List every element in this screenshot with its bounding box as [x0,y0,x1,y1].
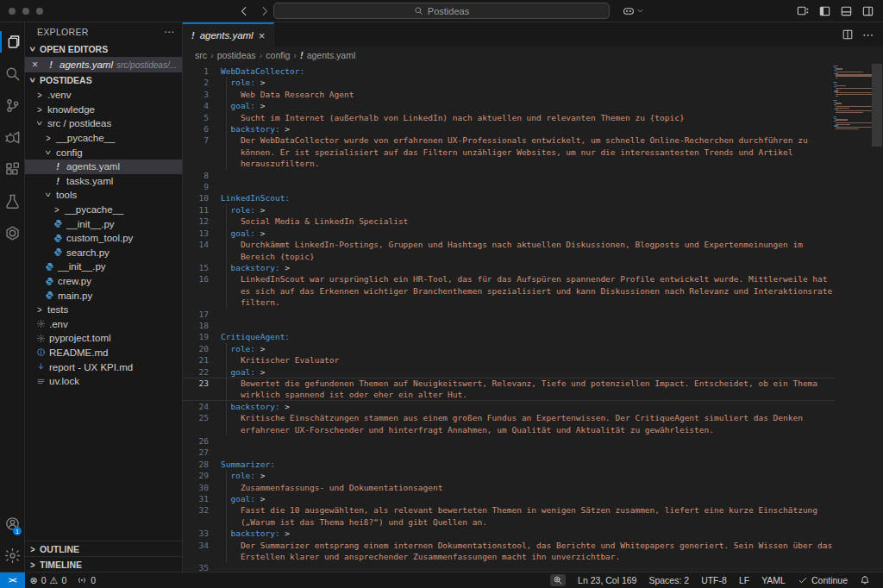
explorer-more-actions-icon[interactable]: ⋯ [164,26,175,38]
code-line-17[interactable]: 17 [183,309,835,320]
close-window-button[interactable] [9,8,16,15]
code-line-11[interactable]: 11role: > [183,204,835,216]
tree-folder--pycache-[interactable]: >__pycache__ [25,203,182,217]
status-item-zoom-indicator[interactable] [544,574,572,586]
code-line-31[interactable]: 31goal: > [183,493,835,504]
breadcrumb-item-postideas[interactable]: postideas [217,50,256,60]
toggle-secondary-sidebar-icon[interactable] [861,4,874,17]
activity-item-accounts[interactable]: 1 [0,508,24,540]
code-line-29[interactable]: 29role: > [183,470,835,481]
timeline-section[interactable]: > TIMELINE [25,556,182,572]
status-item-eol[interactable]: LF [733,575,755,585]
code-line-28[interactable]: 28Summarizer: [183,459,835,470]
code-line-34[interactable]: 34Der Summarizer entsprang einem interne… [183,540,835,563]
code-line-25[interactable]: 25Kritische Einschätzungen stammen aus e… [183,412,835,435]
tree-file-agents-yaml[interactable]: !agents.yaml [25,160,182,174]
activity-item-testing[interactable] [0,185,24,217]
activity-item-search[interactable] [0,58,24,90]
remote-indicator[interactable]: >< [0,572,25,588]
breadcrumb-item-config[interactable]: config [266,50,290,60]
toggle-panel-icon[interactable] [840,4,853,17]
close-icon[interactable]: × [32,59,42,71]
ports-indicator[interactable]: 0 [72,572,101,588]
toggle-primary-sidebar-icon[interactable] [818,4,831,17]
tree-file-main-py[interactable]: main.py [25,288,182,303]
code-line-24[interactable]: 24backstory: > [183,401,835,412]
code-line-20[interactable]: 20role: > [183,343,835,354]
code-line-10[interactable]: 10LinkedInScout: [183,192,835,203]
tree-folder-src-postideas[interactable]: >src / postideas [25,116,182,131]
status-item-language-mode[interactable]: YAML [755,575,792,585]
activity-item-settings[interactable] [0,540,24,572]
code-line-22[interactable]: 22goal: > [183,366,835,378]
activity-item-source-control[interactable] [0,90,24,122]
tree-file-crew-py[interactable]: crew.py [25,274,182,289]
tree-file-tasks-yaml[interactable]: !tasks.yaml [25,174,182,189]
activity-item-extension-ring[interactable] [0,217,24,249]
code-line-1[interactable]: 1WebDataCollector: [183,66,835,77]
code-line-32[interactable]: 32Fasst die 10 ausgewählten, als relevan… [183,504,835,528]
nav-back-icon[interactable] [238,5,250,17]
breadcrumb-item-file[interactable]: !agents.yaml [300,50,355,60]
activity-item-explorer[interactable] [0,26,24,58]
code-line-9[interactable]: 9 [183,181,835,192]
code-line-3[interactable]: 3Web Data Research Agent [183,89,835,100]
scrollbar-thumb[interactable] [872,64,882,147]
tree-folder-tools[interactable]: >tools [25,188,182,203]
tree-folder--venv[interactable]: >.venv [25,88,182,103]
code-line-27[interactable]: 27 [183,447,835,458]
tree-file--init-py[interactable]: __init__.py [25,216,182,231]
activity-item-run-debug[interactable] [0,122,24,153]
nav-forward-icon[interactable] [259,5,271,17]
code-line-7[interactable]: 7Der WebDataCollector wurde von erfahren… [183,134,835,169]
tree-file-report-ux-kpi-md[interactable]: report - UX KPI.md [25,360,182,374]
breadcrumb-item-src[interactable]: src [195,50,207,60]
tree-folder-tests[interactable]: >tests [25,303,182,317]
copilot-button[interactable] [623,5,644,17]
code-line-35[interactable]: 35 [183,562,835,572]
code-line-19[interactable]: 19CritiqueAgent: [183,331,835,342]
project-section-header[interactable]: > POSTIDEAS [25,72,182,88]
code-line-14[interactable]: 14Durchkämmt LinkedIn-Postings, Gruppen … [183,239,835,262]
close-tab-icon[interactable]: × [259,30,266,41]
tab-agents-yaml[interactable]: ! agents.yaml × [183,22,274,47]
status-item-notifications[interactable] [854,575,876,585]
tree-file-uv-lock[interactable]: uv.lock [25,374,182,389]
code-line-2[interactable]: 2role: > [183,77,835,88]
code-line-21[interactable]: 21Kritischer Evaluator [183,354,835,366]
code-line-16[interactable]: 16LinkedInScout war ursprünglich ein HR-… [183,273,835,308]
tree-folder--pycache-[interactable]: >__pycache__ [25,131,182,146]
tree-file-readme-md[interactable]: README.md [25,346,182,360]
status-item-continue-extension[interactable]: Continue [792,575,854,585]
status-item-encoding[interactable]: UTF-8 [695,575,733,585]
code-line-23[interactable]: 23Bewertet die gefundenen Themen auf Neu… [183,378,835,401]
open-editors-section[interactable]: > OPEN EDITORS [25,41,182,57]
status-item-indentation[interactable]: Spaces: 2 [642,575,695,585]
code-line-33[interactable]: 33backstory: > [183,528,835,539]
minimize-window-button[interactable] [22,8,29,15]
tree-file--env[interactable]: .env [25,317,182,332]
code-line-30[interactable]: 30Zusammenfassungs- und Dokumentationsag… [183,482,835,493]
minimap[interactable] [833,66,871,131]
code-line-5[interactable]: 5Sucht im Internet (außerhalb von Linked… [183,112,835,123]
activity-item-extensions[interactable] [0,153,24,185]
status-item-cursor-position[interactable]: Ln 23, Col 169 [572,575,642,585]
tree-file-custom-tool-py[interactable]: custom_tool.py [25,231,182,246]
tree-file--init-py[interactable]: __init__.py [25,260,182,274]
code-line-6[interactable]: 6backstory: > [183,123,835,134]
outline-section[interactable]: > OUTLINE [25,541,182,556]
tree-folder-config[interactable]: >config [25,145,182,160]
editor-more-actions-icon[interactable]: ⋯ [862,28,874,41]
zoom-window-button[interactable] [36,8,43,15]
problems-indicator[interactable]: ⊗ 0 ⚠ 0 [25,572,72,588]
code-line-8[interactable]: 8 [183,170,835,181]
code-line-4[interactable]: 4goal: > [183,100,835,111]
code-line-13[interactable]: 13goal: > [183,228,835,239]
command-center-search[interactable]: Postideas [273,3,610,19]
split-editor-icon[interactable] [842,28,854,41]
customize-layout-icon[interactable] [797,4,810,17]
code-line-26[interactable]: 26 [183,435,835,447]
tree-file-search-py[interactable]: search.py [25,246,182,260]
code-line-15[interactable]: 15backstory: > [183,262,835,273]
tree-folder-knowledge[interactable]: >knowledge [25,103,182,117]
